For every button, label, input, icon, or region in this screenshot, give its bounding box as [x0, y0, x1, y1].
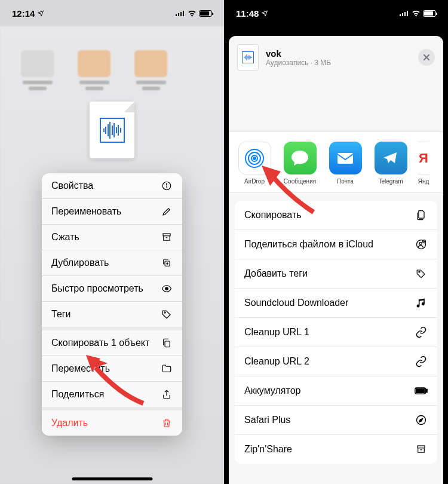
share-action-row[interactable]: Поделиться файлом в iCloud [235, 230, 437, 259]
context-menu-item[interactable]: Удалить [42, 411, 182, 436]
share-sheet: vok Аудиозапись · 3 МБ AirDropСообщенияП… [229, 36, 443, 484]
context-menu-item[interactable]: Переименовать [42, 199, 182, 225]
action-label: Скопировать [244, 210, 302, 220]
svg-rect-19 [400, 14, 401, 16]
copy-docs-icon [415, 209, 428, 222]
tag-icon [415, 267, 428, 280]
location-icon [37, 10, 44, 17]
wifi-icon [188, 10, 197, 17]
menu-item-label: Переименовать [51, 206, 121, 217]
svg-point-13 [164, 312, 165, 313]
share-icon [161, 388, 173, 400]
eye-icon [161, 283, 173, 295]
copy-icon [161, 337, 173, 349]
telegram-icon [375, 142, 407, 174]
pencil-icon [161, 206, 173, 218]
share-action-row[interactable]: Cleanup URL 1 [235, 318, 437, 347]
app-label: Сообщения [284, 178, 316, 185]
svg-rect-1 [178, 13, 179, 16]
share-header: vok Аудиозапись · 3 МБ [229, 36, 443, 78]
action-label: Zip'n'Share [244, 444, 292, 455]
menu-item-label: Теги [51, 309, 71, 320]
context-menu: СвойстваПереименоватьСжатьДублироватьБыс… [42, 173, 182, 436]
info-icon [161, 180, 173, 192]
share-action-row[interactable]: Аккумулятор [235, 376, 437, 406]
share-action-row[interactable]: Soundcloud Downloader [235, 289, 437, 318]
share-action-row[interactable]: Скопировать [235, 201, 437, 230]
action-label: Cleanup URL 1 [244, 327, 309, 338]
svg-rect-7 [163, 234, 170, 236]
svg-point-6 [166, 183, 167, 184]
close-icon [423, 54, 430, 61]
svg-rect-0 [176, 14, 177, 16]
svg-point-43 [419, 271, 420, 272]
svg-rect-14 [165, 341, 170, 347]
action-label: Soundcloud Downloader [244, 298, 348, 308]
mail-icon [329, 142, 362, 174]
selected-file-preview [90, 102, 134, 158]
context-menu-item[interactable]: Переместить [42, 356, 182, 382]
action-label: Cleanup URL 2 [244, 356, 309, 367]
battery-icon [415, 384, 428, 397]
share-action-row[interactable]: Cleanup URL 2 [235, 347, 437, 376]
share-app-yandex[interactable]: ЯЯнд [418, 142, 429, 185]
messages-icon [284, 142, 317, 174]
tag-icon [161, 308, 173, 320]
status-bar: 12:14 [0, 0, 224, 26]
share-action-row[interactable]: Zip'n'Share [235, 435, 437, 464]
signal-icon [400, 10, 409, 16]
share-app-airdrop[interactable]: AirDrop [236, 142, 273, 185]
compass-icon [415, 413, 428, 427]
menu-item-label: Поделиться [51, 389, 104, 400]
action-label: Добавить теги [244, 268, 308, 279]
svg-rect-22 [407, 11, 408, 16]
airdrop-icon [238, 142, 271, 174]
person-plus-icon [415, 238, 428, 251]
context-menu-item[interactable]: Дублировать [42, 250, 182, 276]
share-action-row[interactable]: Safari Plus [235, 406, 437, 435]
file-type-icon [237, 44, 259, 71]
link-icon [415, 355, 428, 368]
menu-item-label: Переместить [51, 363, 110, 374]
duplicate-icon [161, 257, 173, 269]
context-menu-item[interactable]: Сжать [42, 225, 182, 250]
status-bar: 11:48 [224, 0, 448, 26]
share-app-messages[interactable]: Сообщения [281, 142, 318, 185]
action-label: Поделиться файлом в iCloud [244, 239, 373, 250]
svg-point-12 [165, 287, 168, 290]
menu-item-label: Удалить [51, 418, 88, 428]
action-label: Аккумулятор [244, 385, 300, 396]
yandex-icon: Я [418, 142, 429, 174]
svg-point-35 [253, 157, 256, 160]
music-icon [415, 296, 428, 310]
wifi-icon [412, 10, 421, 17]
svg-text:Я: Я [419, 151, 428, 166]
svg-rect-3 [183, 11, 184, 16]
folder-icon [161, 363, 173, 375]
archive-icon [161, 231, 173, 243]
menu-item-label: Скопировать 1 объект [51, 338, 149, 348]
context-menu-item[interactable]: Скопировать 1 объект [42, 330, 182, 356]
svg-rect-46 [426, 389, 427, 392]
screen-right-share-sheet: 11:48 vok Аудиозапись · 3 МБ Air [224, 0, 448, 484]
home-indicator [72, 477, 152, 480]
context-menu-item[interactable]: Поделиться [42, 382, 182, 411]
svg-rect-20 [402, 13, 403, 16]
share-action-row[interactable]: Добавить теги [235, 259, 437, 289]
menu-item-label: Сжать [51, 232, 79, 243]
context-menu-item[interactable]: Быстро просмотреть [42, 276, 182, 302]
share-app-telegram[interactable]: Telegram [372, 142, 409, 185]
app-label: Янд [418, 178, 429, 185]
share-file-subtitle: Аудиозапись · 3 МБ [266, 59, 411, 67]
close-button[interactable] [418, 49, 435, 66]
share-file-name: vok [266, 48, 411, 59]
context-menu-item[interactable]: Свойства [42, 173, 182, 199]
location-icon [261, 10, 268, 17]
context-menu-item[interactable]: Теги [42, 302, 182, 330]
svg-rect-48 [418, 446, 425, 448]
trash-icon [161, 417, 173, 429]
status-time: 11:48 [236, 8, 259, 19]
menu-item-label: Дублировать [51, 258, 109, 268]
share-app-mail[interactable]: Почта [327, 142, 364, 185]
svg-rect-36 [337, 153, 353, 164]
